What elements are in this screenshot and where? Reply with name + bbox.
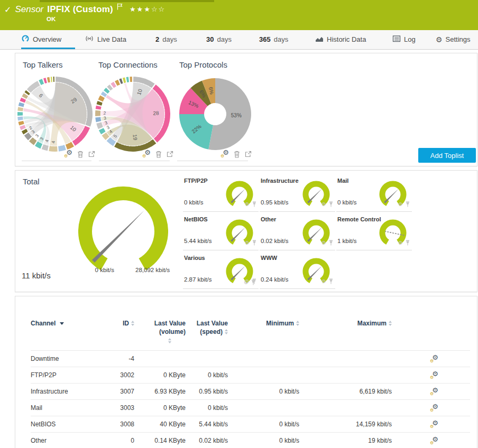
tab-label: Live Data	[97, 35, 126, 43]
tab-365-days[interactable]: 365 days	[259, 30, 288, 49]
sort-arrows-icon[interactable]	[389, 321, 392, 326]
cell-id: 3008	[110, 421, 134, 428]
top-connections-chart[interactable]: 102819543332	[94, 76, 171, 153]
cell-min: 0 kbit/s	[228, 421, 299, 428]
cell-channel: NetBIOS	[31, 421, 110, 428]
gauge-settings-icon[interactable]: ⚙	[321, 202, 326, 207]
tab-log[interactable]: Log	[392, 30, 416, 49]
cell-volume: 40 KByte	[134, 421, 186, 428]
column-header-id[interactable]: ID	[110, 320, 134, 327]
flag-icon[interactable]	[117, 3, 123, 12]
cell-id: 3007	[110, 388, 134, 395]
top-talkers-chart[interactable]: 29104433326	[16, 76, 94, 153]
pin-icon[interactable]	[405, 240, 410, 246]
gauge-settings-icon[interactable]: ⚙	[321, 240, 326, 246]
delete-toplist-icon[interactable]	[234, 151, 240, 158]
svg-text:2: 2	[104, 110, 106, 116]
sensor-ok-check-icon: ✓	[4, 5, 11, 15]
gauge-cell-netbios: NetBIOS 5.44 kbit/s ⚙	[183, 213, 259, 250]
cell-max: 6,619 kbit/s	[299, 388, 392, 395]
toplist-settings-icon[interactable]: ⚙⚙	[64, 150, 72, 158]
table-row: NetBIOS 3008 40 KByte 5.44 kbit/s 0 kbit…	[31, 416, 470, 432]
pin-icon[interactable]	[328, 278, 334, 284]
open-toplist-icon[interactable]	[167, 151, 173, 157]
stars-empty: ☆☆	[151, 5, 166, 13]
gauge-settings-icon[interactable]: ⚙	[245, 240, 250, 246]
column-header-last-volume[interactable]: Last Value(volume)	[154, 320, 186, 343]
toplist-settings-icon[interactable]: ⚙⚙	[142, 150, 151, 158]
svg-text:28: 28	[153, 110, 159, 116]
pin-icon[interactable]	[252, 278, 257, 284]
pin-icon[interactable]	[252, 240, 257, 246]
top-protocols-chart[interactable]: 53%22%13%6%6%	[178, 77, 252, 151]
gauge-value: 0.95 kbit/s	[261, 199, 288, 206]
add-toplist-button[interactable]: Add Toplist	[418, 148, 476, 163]
toplist-divider	[22, 161, 91, 161]
toplist-toolbar: ⚙⚙	[220, 150, 252, 158]
pin-icon[interactable]	[328, 240, 334, 246]
sort-arrows-icon[interactable]	[225, 329, 228, 334]
pin-icon[interactable]	[252, 201, 257, 207]
toplist-settings-icon[interactable]: ⚙⚙	[220, 150, 229, 158]
table-row: FTP/P2P 3002 0 KByte 0 kbit/s ⚙⚙	[31, 367, 470, 383]
pin-icon[interactable]	[405, 201, 410, 207]
table-row: Infrastructure 3007 6.93 KByte 0.95 kbit…	[31, 383, 470, 399]
cell-id: 3002	[110, 371, 134, 379]
cell-channel: Infrastructure	[31, 388, 110, 395]
tab-live-data[interactable]: Live Data	[85, 30, 126, 49]
channel-settings-icon[interactable]: ⚙⚙	[430, 404, 438, 412]
tab-unit: days	[162, 35, 177, 43]
channel-settings-icon[interactable]: ⚙⚙	[430, 437, 438, 445]
open-toplist-icon[interactable]	[88, 151, 95, 157]
toplist-divider	[99, 161, 170, 161]
priority-stars[interactable]: ★★★☆☆	[130, 5, 166, 13]
cell-max: 19 kbit/s	[299, 437, 392, 444]
gauge-settings-icon[interactable]: ⚙	[398, 202, 403, 207]
gauge-name: FTP/P2P	[184, 178, 208, 184]
tab-overview[interactable]: Overview	[21, 30, 75, 49]
sort-arrows-icon[interactable]	[168, 338, 171, 343]
gauge-settings-icon[interactable]: ⚙	[245, 202, 250, 207]
delete-toplist-icon[interactable]	[155, 151, 162, 158]
tab-historic-data[interactable]: Historic Data	[315, 30, 366, 49]
pin-icon[interactable]	[328, 201, 334, 207]
gauge-value: 0 kbit/s	[337, 199, 356, 206]
gauge-name: Various	[184, 255, 205, 261]
column-header-last-speed[interactable]: Last Value(speed)	[197, 320, 228, 335]
svg-text:19: 19	[132, 134, 138, 141]
tab-unit: days	[217, 35, 231, 43]
gauge-settings-icon[interactable]: ⚙	[245, 279, 250, 284]
column-header-maximum[interactable]: Maximum	[299, 320, 392, 327]
open-toplist-icon[interactable]	[245, 151, 252, 157]
sensor-header: ✓ Sensor IPFIX (Custom) ★★★☆☆ OK	[0, 0, 478, 30]
cell-speed: 5.44 kbit/s	[186, 421, 228, 428]
channel-settings-icon[interactable]: ⚙⚙	[430, 355, 438, 363]
column-header-channel[interactable]: Channel	[31, 320, 110, 327]
tab-bar: Overview Live Data 2 days 30 days 365 da…	[0, 30, 478, 50]
tab-settings[interactable]: ⚙ Settings	[436, 30, 471, 49]
toplists-panel: Top Talkers Top Connections Top Protocol…	[15, 53, 477, 166]
cell-min: 0 kbit/s	[228, 437, 299, 444]
tab-label: Historic Data	[327, 35, 366, 43]
cell-id: 0	[110, 437, 134, 444]
gauge-value: 2.87 kbit/s	[184, 276, 212, 283]
gauge-cell-infrastructure: Infrastructure 0.95 kbit/s ⚙	[260, 175, 335, 212]
gauge-settings-icon[interactable]: ⚙	[321, 279, 326, 284]
column-header-minimum[interactable]: Minimum	[228, 320, 299, 327]
gauge-value: 0.24 kbit/s	[261, 276, 288, 283]
sort-caret-icon	[60, 322, 64, 325]
cell-channel: Downtime	[31, 355, 110, 362]
cell-volume: 0 KByte	[134, 404, 186, 412]
channel-settings-icon[interactable]: ⚙⚙	[430, 388, 438, 396]
total-gauge-value: 11 kbit/s	[22, 271, 51, 280]
tab-2-days[interactable]: 2 days	[155, 30, 177, 49]
svg-text:4: 4	[51, 141, 56, 143]
gauge-cell-other: Other 0.02 kbit/s ⚙	[260, 213, 335, 250]
tab-30-days[interactable]: 30 days	[206, 30, 232, 49]
channel-settings-icon[interactable]: ⚙⚙	[430, 371, 438, 379]
channel-settings-icon[interactable]: ⚙⚙	[430, 421, 438, 428]
gauge-name: Other	[261, 216, 276, 222]
delete-toplist-icon[interactable]	[77, 151, 84, 158]
gauge-settings-icon[interactable]: ⚙	[398, 240, 403, 246]
tab-number: 2	[155, 35, 159, 43]
